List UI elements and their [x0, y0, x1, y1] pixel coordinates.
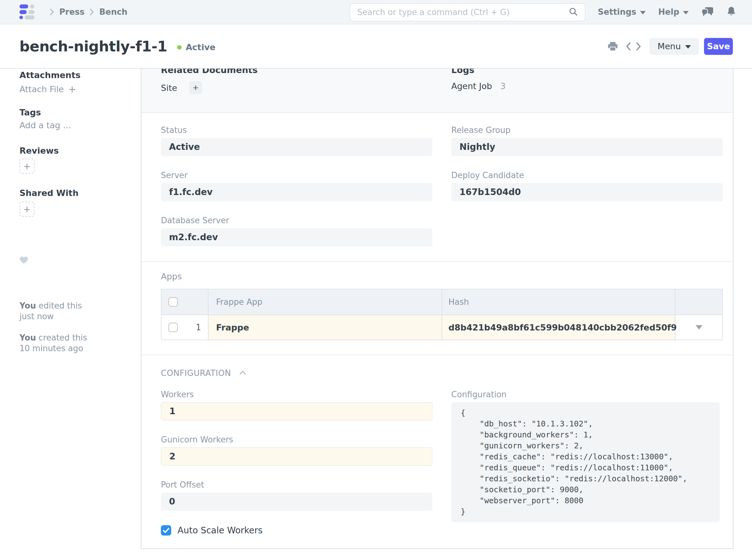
deploy-candidate-field-value[interactable]: 167b1504d0 [451, 183, 723, 201]
field-workers: Workers 1 [161, 390, 432, 420]
configuration-section: CONFIGURATION Workers 1 Gunicorn Workers… [141, 355, 733, 536]
help-menu[interactable]: Help [658, 7, 689, 17]
breadcrumb-item-bench[interactable]: Bench [99, 7, 127, 17]
menu-button-label: Menu [658, 41, 681, 51]
agent-job-link[interactable]: Agent Job [451, 81, 492, 91]
row-checkbox[interactable] [169, 323, 178, 332]
chevron-down-icon [685, 45, 691, 48]
search-bar[interactable] [350, 3, 586, 21]
status-field-label: Status [161, 125, 432, 135]
auto-scale-workers-field: Auto Scale Workers [161, 525, 432, 536]
add-share-button[interactable]: + [19, 202, 35, 217]
add-tag-input[interactable]: Add a tag ... [19, 120, 128, 131]
print-icon[interactable] [608, 41, 618, 52]
logo-row [19, 10, 35, 14]
breadcrumb-item-press[interactable]: Press [59, 7, 84, 17]
configuration-right-column: Configuration { "db_host": "10.1.3.102",… [451, 390, 723, 536]
field-database-server: Database Server m2.fc.dev [161, 216, 432, 246]
document-body: Attachments Attach File + Tags Add a tag… [0, 69, 752, 560]
code-line: "redis_queue": "redis://localhost:11000"… [461, 462, 710, 473]
field-server: Server f1.fc.dev [161, 171, 432, 201]
search-icon[interactable] [569, 7, 578, 18]
row-index: 1 [196, 323, 201, 332]
settings-menu[interactable]: Settings [598, 7, 646, 17]
gunicorn-workers-input[interactable]: 2 [161, 447, 432, 466]
select-all-checkbox[interactable] [169, 297, 178, 307]
logo-row [19, 4, 35, 8]
save-button[interactable]: Save [704, 38, 733, 55]
workers-field-label: Workers [161, 390, 432, 399]
navbar-right: A Settings Help [573, 6, 736, 18]
attach-file-label: Attach File [19, 84, 64, 94]
row-expand-icon[interactable] [696, 325, 702, 329]
related-documents-column: Related Documents Site + [161, 69, 451, 112]
database-server-field-label: Database Server [161, 216, 432, 225]
breadcrumb-chevron-icon [90, 8, 94, 16]
code-line: "redis_socketio": "redis://localhost:120… [461, 473, 710, 484]
created-when: 10 minutes ago [19, 344, 83, 353]
logs-column: Logs Agent Job 3 [451, 69, 724, 112]
app-name-cell[interactable]: Frappe [216, 323, 249, 332]
chevron-up-icon [239, 370, 246, 376]
add-review-button[interactable]: + [19, 159, 35, 174]
app-logo-icon[interactable] [19, 4, 35, 19]
column-header-hash: Hash [449, 297, 469, 307]
details-section: Status Active Release Group Nightly Serv… [141, 113, 733, 262]
tags-section-title: Tags [19, 107, 128, 118]
logo-row [19, 15, 35, 19]
created-by: You [19, 333, 36, 342]
created-action: created this [39, 333, 87, 342]
shared-with-section-title: Shared With [19, 188, 128, 198]
search-input[interactable] [357, 7, 569, 17]
apps-section: Apps Frappe App Hash 1 Frappe d8b421b49a… [141, 262, 733, 355]
related-documents-title: Related Documents [161, 69, 451, 75]
like-heart-icon[interactable] [19, 256, 128, 265]
gunicorn-workers-field-label: Gunicorn Workers [161, 435, 432, 444]
code-line: "db_host": "10.1.3.102", [461, 418, 710, 429]
notifications-bell-icon[interactable] [726, 6, 736, 18]
logs-title: Logs [451, 69, 724, 75]
apps-section-label: Apps [161, 272, 724, 281]
plus-icon: + [68, 84, 76, 94]
chevron-down-icon [640, 11, 646, 15]
auto-scale-workers-checkbox[interactable] [161, 525, 171, 536]
port-offset-field-label: Port Offset [161, 480, 432, 489]
code-line: { [461, 407, 710, 418]
next-document-icon[interactable] [636, 42, 641, 51]
edited-by: You [19, 301, 36, 311]
column-header-frappe-app: Frappe App [216, 297, 262, 307]
code-line: "socketio_port": 9000, [461, 484, 710, 495]
attach-file-button[interactable]: Attach File + [19, 84, 128, 94]
table-row: 1 Frappe d8b421b49a8bf61c599b048140cbb20… [161, 315, 722, 340]
database-server-field-value[interactable]: m2.fc.dev [161, 228, 432, 246]
site-link[interactable]: Site [161, 83, 177, 93]
field-status: Status Active [161, 125, 432, 156]
edited-when: just now [19, 312, 54, 321]
document-sidebar: Attachments Attach File + Tags Add a tag… [0, 69, 141, 560]
navbar: Press Bench A Settings Help [0, 0, 752, 24]
workers-input[interactable]: 1 [161, 402, 432, 420]
menu-button[interactable]: Menu [650, 38, 699, 55]
port-offset-input[interactable]: 0 [161, 493, 432, 511]
status-field-value[interactable]: Active [161, 138, 432, 156]
previous-document-icon[interactable] [626, 42, 631, 51]
agent-job-count-badge: 3 [500, 81, 506, 91]
attachments-section-title: Attachments [19, 70, 128, 80]
connections-section: Related Documents Site + Logs Agent Job … [141, 69, 733, 113]
configuration-section-toggle[interactable]: CONFIGURATION [161, 368, 724, 378]
release-group-field-value[interactable]: Nightly [451, 138, 723, 156]
code-line: "redis_cache": "redis://localhost:13000"… [461, 451, 710, 462]
help-label: Help [658, 7, 679, 17]
page-title: bench-nightly-f1-1 [19, 38, 167, 55]
server-field-label: Server [161, 171, 432, 180]
configuration-json-viewer: { "db_host": "10.1.3.102", "background_w… [451, 402, 720, 522]
server-field-value[interactable]: f1.fc.dev [161, 183, 432, 201]
chat-icon[interactable] [701, 6, 714, 17]
deploy-candidate-field-label: Deploy Candidate [451, 171, 723, 180]
configuration-json-label: Configuration [451, 390, 723, 399]
code-line: } [461, 506, 710, 517]
created-meta: You created this 10 minutes ago [19, 332, 128, 354]
app-hash-cell[interactable]: d8b421b49a8bf61c599b048140cbb2062fed50f9 [449, 323, 677, 332]
plus-icon: + [23, 204, 31, 215]
add-site-button[interactable]: + [189, 81, 202, 94]
